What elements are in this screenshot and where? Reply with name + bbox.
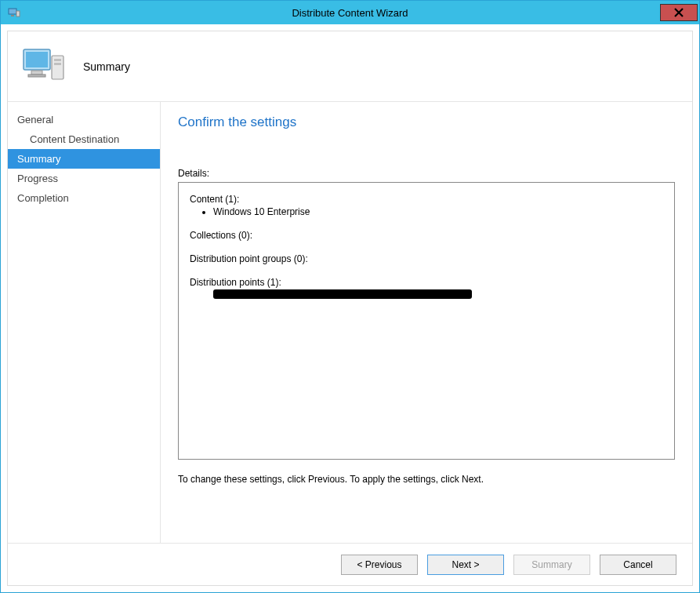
details-box: Content (1): Windows 10 Enterprise Colle… <box>178 182 675 460</box>
nav-summary[interactable]: Summary <box>8 149 160 169</box>
previous-button[interactable]: < Previous <box>341 555 418 575</box>
window-frame: Distribute Content Wizard Summary <box>0 0 700 593</box>
summary-button[interactable]: Summary <box>513 555 590 575</box>
collections-section-heading: Collections (0): <box>190 230 663 241</box>
details-label: Details: <box>178 168 675 179</box>
content-section-heading: Content (1): <box>190 194 663 205</box>
window-title: Distribute Content Wizard <box>1 7 699 19</box>
title-bar: Distribute Content Wizard <box>1 1 699 24</box>
svg-rect-4 <box>26 52 48 67</box>
cancel-button[interactable]: Cancel <box>600 555 676 575</box>
nav-content-destination[interactable]: Content Destination <box>8 129 160 149</box>
nav-completion[interactable]: Completion <box>8 188 160 208</box>
body-area: General Content Destination Summary Prog… <box>8 102 692 543</box>
wizard-body: Summary General Content Destination Summ… <box>7 31 693 586</box>
confirm-heading: Confirm the settings <box>178 115 675 130</box>
nav-general[interactable]: General <box>8 110 160 129</box>
dp-groups-section-heading: Distribution point groups (0): <box>190 253 663 264</box>
svg-rect-9 <box>54 63 61 65</box>
content-item: Windows 10 Enterprise <box>213 206 663 217</box>
button-bar: < Previous Next > Summary Cancel <box>8 543 692 585</box>
nav-pane: General Content Destination Summary Prog… <box>8 102 161 543</box>
page-heading: Summary <box>83 60 130 73</box>
redacted-value <box>213 289 472 299</box>
svg-rect-8 <box>54 59 61 61</box>
content-pane: Confirm the settings Details: Content (1… <box>161 102 692 543</box>
svg-rect-5 <box>31 71 42 75</box>
next-button[interactable]: Next > <box>427 555 504 575</box>
header-band: Summary <box>8 31 692 102</box>
nav-progress[interactable]: Progress <box>8 169 160 188</box>
monitor-icon <box>22 45 67 88</box>
dp-section-heading: Distribution points (1): <box>190 277 663 288</box>
svg-rect-6 <box>28 75 45 77</box>
instruction-text: To change these settings, click Previous… <box>178 474 675 485</box>
